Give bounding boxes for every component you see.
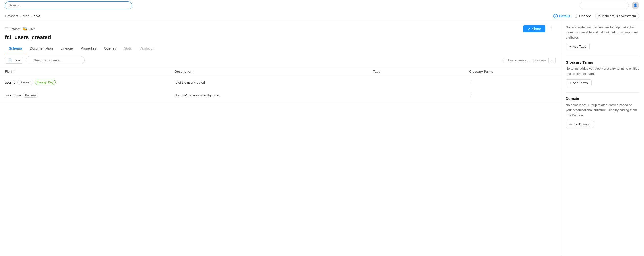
- right-search-input[interactable]: [580, 2, 629, 9]
- row-more-button[interactable]: ⋮: [469, 93, 473, 98]
- plus-icon-tags: +: [569, 45, 571, 48]
- tab-queries[interactable]: Queries: [100, 44, 120, 53]
- schema-search-input[interactable]: [26, 56, 85, 64]
- main-search-input[interactable]: [5, 1, 132, 9]
- row-more-button[interactable]: ⋮: [469, 80, 473, 85]
- add-tags-button[interactable]: + Add Tags: [566, 43, 590, 50]
- details-link[interactable]: i Details: [554, 14, 570, 18]
- tags-cell: [368, 89, 464, 102]
- tabs-bar: SchemaDocumentationLineagePropertiesQuer…: [0, 44, 560, 53]
- entity-header: ☰ Dataset 🐝 Hive ↗ Share ⋮ fct_use: [0, 21, 560, 41]
- schema-toolbar-left: 📄 Raw 🔍: [5, 56, 85, 64]
- breadcrumb: Datasets › prod › hive: [5, 14, 40, 18]
- top-bar: 👤: [0, 0, 644, 11]
- avatar: 👤: [632, 2, 639, 9]
- schema-table: Field ⇅ Description Tags Glossary Terms …: [0, 67, 560, 102]
- download-button[interactable]: ⬇: [548, 57, 556, 63]
- field-badge[interactable]: Boolean: [17, 80, 33, 85]
- glossary-terms-title: Glossary Terms: [566, 60, 639, 64]
- upstream-text: 2 upstream, 8 downstream: [598, 14, 636, 18]
- last-observed-text: Last observed 4 hours ago: [508, 58, 546, 62]
- panel-divider-1: [566, 56, 639, 56]
- tab-lineage[interactable]: Lineage: [57, 44, 77, 53]
- hive-label: Hive: [29, 27, 35, 31]
- upstream-badge[interactable]: 2 upstream, 8 downstream: [595, 13, 639, 19]
- schema-table-header: Field ⇅ Description Tags Glossary Terms: [0, 67, 560, 76]
- tags-section: No tags added yet. Tag entities to help …: [566, 25, 639, 50]
- share-icon: ↗: [528, 27, 530, 31]
- tags-empty-text: No tags added yet. Tag entities to help …: [566, 25, 639, 40]
- dataset-type-text: Dataset: [9, 27, 20, 31]
- set-domain-label: Set Domain: [574, 122, 590, 126]
- lineage-link[interactable]: ⊞ Lineage: [574, 14, 591, 18]
- top-bar-right: 👤: [580, 2, 639, 9]
- dataset-label: ☰ Dataset: [5, 27, 20, 31]
- col-header-tags: Tags: [368, 67, 464, 76]
- entity-meta-left: ☰ Dataset 🐝 Hive: [5, 27, 35, 31]
- col-header-glossary: Glossary Terms: [464, 67, 560, 76]
- col-header-description: Description: [170, 67, 368, 76]
- more-options-button[interactable]: ⋮: [548, 25, 556, 33]
- table-row: user_nameBooleanName of the user who sig…: [0, 89, 560, 102]
- dataset-icon: ☰: [5, 27, 8, 31]
- breadcrumb-nav: i Details ⊞ Lineage 2 upstream, 8 downst…: [554, 13, 639, 19]
- add-terms-button[interactable]: + Add Terms: [566, 79, 592, 87]
- description-cell: Name of the user who signed up: [170, 89, 368, 102]
- details-label: Details: [559, 14, 570, 18]
- domain-section: Domain No domain set. Group related enti…: [566, 97, 639, 128]
- field-cell: user_idBooleanForeign Key: [0, 76, 170, 89]
- tab-validation: Validation: [136, 44, 158, 53]
- table-row: user_idBooleanForeign KeyId of the user …: [0, 76, 560, 89]
- schema-table-body: user_idBooleanForeign KeyId of the user …: [0, 76, 560, 102]
- panel-divider-2: [566, 92, 639, 93]
- clock-icon: ⏱: [502, 58, 506, 62]
- glossary-terms-section: Glossary Terms No terms added yet. Apply…: [566, 60, 639, 87]
- add-terms-label: Add Terms: [573, 81, 588, 85]
- domain-title: Domain: [566, 97, 639, 101]
- schema-search-wrapper: 🔍: [26, 56, 85, 64]
- tab-stats: Stats: [120, 44, 136, 53]
- pencil-icon: ✏: [569, 122, 572, 126]
- breadcrumb-sep-1: ›: [20, 14, 21, 18]
- entity-meta-right: ↗ Share ⋮: [523, 25, 556, 33]
- hive-emoji-icon: 🐝: [23, 27, 28, 31]
- raw-button[interactable]: 📄 Raw: [5, 57, 23, 64]
- plus-icon-terms: +: [569, 81, 571, 85]
- description-cell: Id of the user created: [170, 76, 368, 89]
- tab-properties[interactable]: Properties: [77, 44, 100, 53]
- glossary-cell: ⋮: [464, 89, 560, 101]
- info-icon: i: [554, 14, 558, 18]
- hive-badge[interactable]: 🐝 Hive: [23, 27, 35, 31]
- content-area: ☰ Dataset 🐝 Hive ↗ Share ⋮ fct_use: [0, 21, 561, 256]
- field-badge[interactable]: Boolean: [23, 93, 38, 98]
- share-label: Share: [532, 27, 541, 31]
- breadcrumb-datasets[interactable]: Datasets: [5, 14, 18, 18]
- top-bar-left: [5, 1, 132, 9]
- domain-empty-text: No domain set. Group related entities ba…: [566, 103, 639, 118]
- tab-documentation[interactable]: Documentation: [26, 44, 57, 53]
- add-tags-label: Add Tags: [573, 45, 586, 48]
- schema-toolbar: 📄 Raw 🔍 ⏱ Last observed 4 hours ago ⬇: [0, 53, 560, 67]
- glossary-empty-text: No terms added yet. Apply glossary terms…: [566, 66, 639, 76]
- field-badge[interactable]: Foreign Key: [35, 80, 56, 85]
- field-cell: user_nameBoolean: [0, 89, 170, 102]
- share-button[interactable]: ↗ Share: [523, 25, 546, 32]
- breadcrumb-sep-2: ›: [31, 14, 32, 18]
- main-layout: ☰ Dataset 🐝 Hive ↗ Share ⋮ fct_use: [0, 21, 644, 256]
- breadcrumb-bar: Datasets › prod › hive i Details ⊞ Linea…: [0, 11, 644, 21]
- raw-icon: 📄: [8, 58, 12, 62]
- breadcrumb-prod[interactable]: prod: [22, 14, 29, 18]
- field-name-text: user_name: [5, 94, 21, 97]
- glossary-cell: ⋮: [464, 76, 560, 88]
- tags-cell: [368, 76, 464, 89]
- set-domain-button[interactable]: ✏ Set Domain: [566, 121, 594, 128]
- schema-toolbar-right: ⏱ Last observed 4 hours ago ⬇: [502, 57, 556, 63]
- breadcrumb-hive[interactable]: hive: [34, 14, 40, 18]
- col-header-field: Field ⇅: [0, 67, 170, 76]
- entity-meta: ☰ Dataset 🐝 Hive ↗ Share ⋮: [5, 25, 556, 33]
- tab-schema[interactable]: Schema: [5, 44, 26, 53]
- lineage-label: Lineage: [579, 14, 591, 18]
- sort-icon: ⇅: [13, 70, 16, 73]
- right-panel: No tags added yet. Tag entities to help …: [561, 21, 644, 256]
- entity-title: fct_users_created: [5, 34, 556, 41]
